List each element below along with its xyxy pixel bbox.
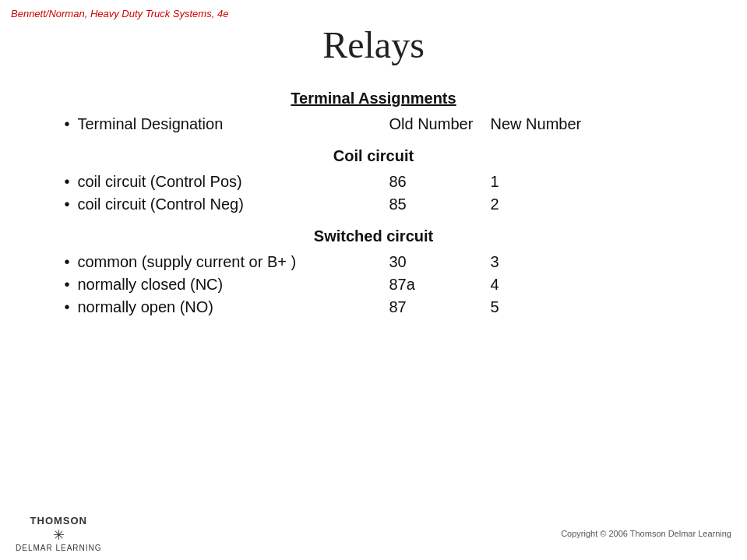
table-row: • normally open (NO) 87 5 bbox=[55, 298, 693, 316]
coil-circuit-header: Coil circuit bbox=[55, 147, 693, 165]
row-old: 85 bbox=[389, 195, 491, 213]
row-new: 1 bbox=[491, 173, 592, 191]
row-label: normally closed (NC) bbox=[78, 276, 389, 294]
section-header: Terminal Assignments bbox=[55, 90, 693, 107]
row-old: 87 bbox=[389, 298, 491, 316]
star-icon: ✳ bbox=[53, 527, 65, 544]
row-new: 3 bbox=[491, 253, 592, 271]
row-bullet: • bbox=[55, 253, 78, 271]
row-bullet: • bbox=[55, 173, 78, 191]
table-row: • common (supply current or B+ ) 30 3 bbox=[55, 253, 693, 271]
row-bullet: • bbox=[55, 298, 78, 316]
row-old: 87a bbox=[389, 276, 491, 294]
col-label-header: Terminal Designation bbox=[78, 115, 389, 133]
row-old: 30 bbox=[389, 253, 491, 271]
watermark-text: Bennett/Norman, Heavy Duty Truck Systems… bbox=[11, 8, 228, 19]
col-new-header: New Number bbox=[491, 115, 592, 133]
column-header-row: • Terminal Designation Old Number New Nu… bbox=[55, 115, 693, 133]
row-new: 5 bbox=[491, 298, 592, 316]
row-label: normally open (NO) bbox=[78, 298, 389, 316]
row-bullet: • bbox=[55, 195, 78, 213]
thomson-label: THOMSON bbox=[30, 515, 87, 527]
footer: THOMSON ✳ DELMAR LEARNING Copyright © 20… bbox=[0, 515, 747, 552]
page-title: Relays bbox=[322, 23, 425, 66]
row-new: 2 bbox=[491, 195, 592, 213]
copyright-text: Copyright © 2006 Thomson Delmar Learning bbox=[561, 529, 731, 538]
row-label: coil circuit (Control Neg) bbox=[78, 195, 389, 213]
row-bullet: • bbox=[55, 276, 78, 294]
footer-logo: THOMSON ✳ DELMAR LEARNING bbox=[16, 515, 102, 552]
col-old-header: Old Number bbox=[389, 115, 491, 133]
table-row: • coil circuit (Control Pos) 86 1 bbox=[55, 173, 693, 191]
table-row: • coil circuit (Control Neg) 85 2 bbox=[55, 195, 693, 213]
delmar-label: DELMAR LEARNING bbox=[16, 544, 102, 552]
header-bullet: • bbox=[55, 115, 78, 133]
row-new: 4 bbox=[491, 276, 592, 294]
table-row: • normally closed (NC) 87a 4 bbox=[55, 276, 693, 294]
content-table: Terminal Assignments • Terminal Designat… bbox=[55, 90, 693, 321]
row-label: common (supply current or B+ ) bbox=[78, 253, 389, 271]
row-label: coil circuit (Control Pos) bbox=[78, 173, 389, 191]
row-old: 86 bbox=[389, 173, 491, 191]
switched-circuit-header: Switched circuit bbox=[55, 227, 693, 245]
